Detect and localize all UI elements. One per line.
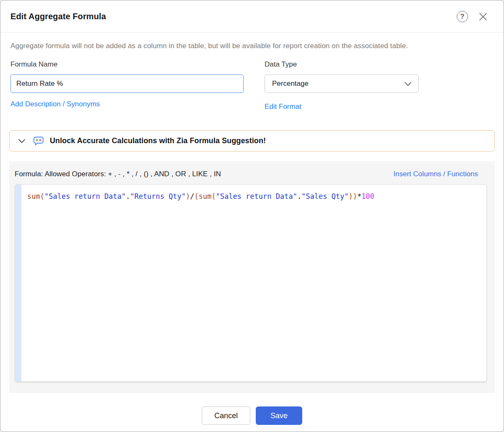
insert-columns-functions-link[interactable]: Insert Columns / Functions xyxy=(393,170,478,178)
help-icon[interactable]: ? xyxy=(457,11,468,22)
close-icon[interactable] xyxy=(478,12,488,22)
edit-format-link[interactable]: Edit Format xyxy=(265,103,301,111)
formula-panel-header: Formula: Allowed Operators: + , - , * , … xyxy=(9,161,495,178)
allowed-operators-label: Formula: Allowed Operators: + , - , * , … xyxy=(15,170,221,178)
formula-editor[interactable]: sum("Sales return Data"."Returns Qty")/(… xyxy=(15,184,487,382)
formula-name-label: Formula Name xyxy=(10,60,245,69)
formula-section: Formula: Allowed Operators: + , - , * , … xyxy=(9,161,495,393)
data-type-select[interactable]: Percentage xyxy=(265,75,419,93)
data-type-field-group: Data Type Percentage Edit Format xyxy=(265,60,419,111)
dialog-header: Edit Aggregate Formula ? xyxy=(1,1,503,33)
formula-code[interactable]: sum("Sales return Data"."Returns Qty")/(… xyxy=(21,185,378,381)
dialog-footer: Cancel Save xyxy=(9,406,495,425)
formula-name-input[interactable] xyxy=(10,75,244,93)
zia-banner-text: Unlock Accurate Calculations with Zia Fo… xyxy=(50,136,266,145)
dialog-description: Aggregate formula will not be added as a… xyxy=(10,42,494,50)
zia-sparkles-icon xyxy=(33,135,44,147)
form-row: Formula Name Add Description / Synonyms … xyxy=(9,60,495,111)
formula-name-field-group: Formula Name Add Description / Synonyms xyxy=(10,60,245,111)
editor-gutter xyxy=(15,185,21,381)
zia-suggestion-banner[interactable]: Unlock Accurate Calculations with Zia Fo… xyxy=(9,130,495,152)
save-button[interactable]: Save xyxy=(256,406,302,425)
chevron-down-icon xyxy=(18,139,26,144)
header-icons: ? xyxy=(457,11,488,22)
cancel-button[interactable]: Cancel xyxy=(202,406,250,425)
edit-aggregate-formula-dialog: Edit Aggregate Formula ? Aggregate formu… xyxy=(0,0,504,432)
dialog-body: Aggregate formula will not be added as a… xyxy=(1,42,503,425)
add-description-synonyms-link[interactable]: Add Description / Synonyms xyxy=(10,100,100,108)
page-title: Edit Aggregate Formula xyxy=(10,12,106,21)
chevron-down-icon xyxy=(404,82,411,86)
data-type-label: Data Type xyxy=(265,60,419,69)
x-glyph xyxy=(478,12,488,22)
question-mark-glyph: ? xyxy=(457,11,468,22)
data-type-selected-value: Percentage xyxy=(272,80,309,88)
